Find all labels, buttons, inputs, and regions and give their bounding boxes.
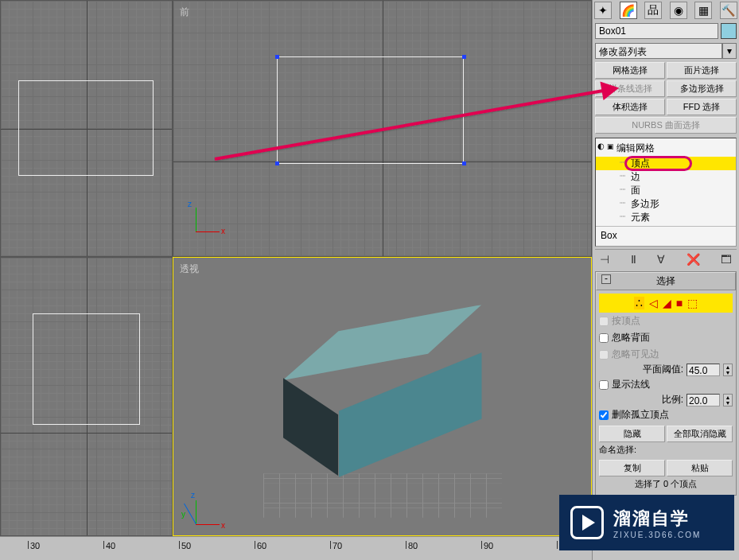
viewport-perspective[interactable]: 透视 z x y <box>173 257 592 536</box>
subobject-icon-row: ∴ ◁ ◢ ■ ⬚ <box>599 294 733 313</box>
pin-stack-icon[interactable]: ⊣ <box>600 253 609 266</box>
create-tab-icon[interactable]: ✦ <box>594 2 612 19</box>
display-tab-icon[interactable]: ▦ <box>694 2 712 19</box>
left-shape <box>33 313 140 425</box>
face-mode-icon[interactable]: ◢ <box>663 297 671 309</box>
viewport-left[interactable] <box>0 257 173 536</box>
stack-item-edit-mesh[interactable]: 编辑网格 <box>596 140 736 157</box>
patch-select-button[interactable]: 面片选择 <box>667 62 737 79</box>
show-end-result-icon[interactable]: Ⅱ <box>631 253 636 266</box>
element-mode-icon[interactable]: ⬚ <box>687 297 698 309</box>
modifier-stack[interactable]: 编辑网格 顶点 边 面 多边形 元素 Box <box>595 138 737 247</box>
scale-label: 比例: <box>662 393 683 406</box>
watermark-badge: 溜溜自学 ZIXUE.3D66.COM <box>559 495 734 550</box>
polygon-mode-icon[interactable]: ■ <box>676 297 683 309</box>
by-vertex-checkbox[interactable]: 按顶点 <box>599 313 733 329</box>
subobject-polygon[interactable]: 多边形 <box>596 197 736 211</box>
panel-tabs: ✦ 🌈 品 ◉ ▦ 🔨 <box>593 0 739 21</box>
scale-field[interactable]: 20.0 <box>686 394 720 406</box>
play-icon <box>570 506 604 539</box>
front-shape <box>277 56 464 164</box>
utilities-tab-icon[interactable]: 🔨 <box>720 2 737 19</box>
selection-status: 选择了 0 个顶点 <box>599 476 733 492</box>
motion-tab-icon[interactable]: ◉ <box>670 2 687 19</box>
selection-rollout: 选择 ∴ ◁ ◢ ■ ⬚ 按顶点 忽略背面 忽略可见边 <box>595 271 737 496</box>
ignore-backfacing-checkbox[interactable]: 忽略背面 <box>599 329 733 346</box>
ground-grid <box>263 474 502 519</box>
poly-select-button[interactable]: 多边形选择 <box>667 80 737 97</box>
vertex-mode-icon[interactable]: ∴ <box>634 297 644 309</box>
remove-modifier-icon[interactable]: ❌ <box>686 253 700 266</box>
box-object[interactable] <box>283 305 482 472</box>
paste-button[interactable]: 粘贴 <box>667 460 733 476</box>
subobject-edge[interactable]: 边 <box>596 170 736 184</box>
subobject-element[interactable]: 元素 <box>596 211 736 224</box>
hide-button[interactable]: 隐藏 <box>599 426 665 442</box>
chevron-down-icon[interactable]: ▾ <box>722 43 737 59</box>
subobject-vertex[interactable]: 顶点 <box>596 157 736 170</box>
nurbs-select-button[interactable]: NURBS 曲面选择 <box>595 117 737 134</box>
object-color-swatch[interactable] <box>721 23 737 39</box>
named-selection-label: 命名选择: <box>599 442 733 457</box>
modify-tab-icon[interactable]: 🌈 <box>620 2 637 19</box>
configure-sets-icon[interactable]: 🗔 <box>721 253 732 266</box>
perspective-scene: 透视 z x y <box>173 258 591 535</box>
planar-threshold-field[interactable]: 45.0 <box>686 364 720 376</box>
ffd-select-button[interactable]: FFD 选择 <box>667 99 737 115</box>
edge-mode-icon[interactable]: ◁ <box>649 297 658 309</box>
rollout-header-selection[interactable]: 选择 <box>596 272 736 290</box>
make-unique-icon[interactable]: ∀ <box>657 253 665 266</box>
object-name-field[interactable]: Box01 <box>595 23 718 39</box>
unhide-all-button[interactable]: 全部取消隐藏 <box>667 426 733 442</box>
viewport-top[interactable] <box>0 0 173 257</box>
show-normals-checkbox[interactable]: 显示法线 <box>599 376 733 393</box>
spinner-arrows[interactable]: ▲▼ <box>723 394 733 406</box>
mesh-select-button[interactable]: 网格选择 <box>595 62 665 79</box>
vol-select-button[interactable]: 体积选择 <box>595 99 665 115</box>
top-shape <box>18 80 154 176</box>
time-ruler[interactable]: 30 40 50 60 70 80 90 100 <box>0 536 592 560</box>
viewport-label-perspective: 透视 <box>180 262 199 276</box>
ignore-visible-checkbox[interactable]: 忽略可见边 <box>599 346 733 363</box>
viewport-label-front: 前 <box>180 6 189 19</box>
spinner-arrows[interactable]: ▲▼ <box>723 364 733 376</box>
subobject-face[interactable]: 面 <box>596 184 736 197</box>
delete-isolated-checkbox[interactable]: 删除孤立顶点 <box>599 406 733 423</box>
planar-threshold-label: 平面阈值: <box>643 363 683 376</box>
copy-button[interactable]: 复制 <box>599 460 665 476</box>
modifier-list-dropdown[interactable]: 修改器列表 ▾ <box>595 43 737 59</box>
hierarchy-tab-icon[interactable]: 品 <box>644 2 662 19</box>
stack-item-box[interactable]: Box <box>596 226 736 244</box>
